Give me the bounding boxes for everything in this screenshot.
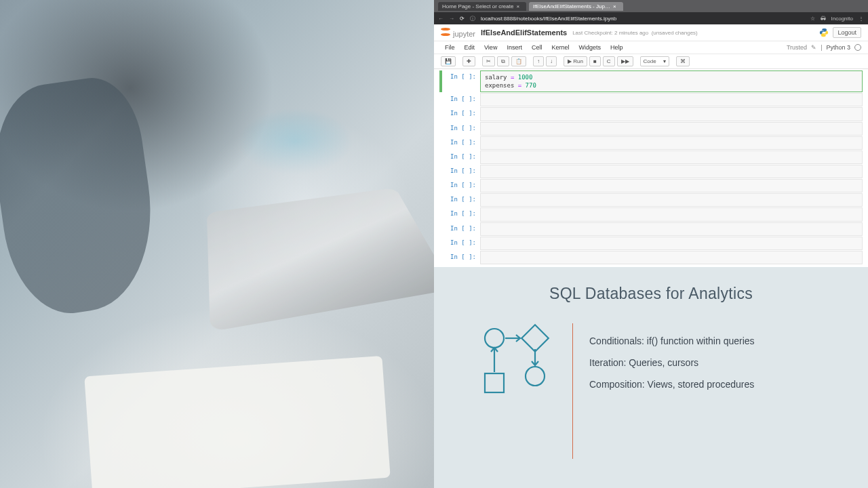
move-down-button[interactable]: ↓ <box>546 56 557 66</box>
cell-input[interactable] <box>480 193 863 207</box>
back-icon[interactable]: ← <box>438 16 443 22</box>
cell-prompt: In [ ]: <box>443 70 480 92</box>
code-cell[interactable]: In [ ]: <box>439 122 863 136</box>
code-cell[interactable]: In [ ]: <box>439 222 863 236</box>
incognito-icon: 🕶 <box>821 16 826 22</box>
menu-icon[interactable]: ⋮ <box>859 16 864 22</box>
svg-rect-2 <box>521 325 549 352</box>
cell-prompt: In [ ]: <box>443 136 480 150</box>
cell-input[interactable] <box>480 150 863 164</box>
bullet-item: Composition: Views, stored procedures <box>589 379 837 390</box>
cell-prompt: In [ ]: <box>443 207 480 221</box>
hero-photo <box>0 0 434 488</box>
code-cell[interactable]: In [ ]: <box>439 107 863 121</box>
cell-input[interactable] <box>480 93 863 106</box>
kernel-status-icon <box>854 44 861 51</box>
bullet-item: Conditionals: if() function within queri… <box>589 336 837 346</box>
menu-widgets[interactable]: Widgets <box>574 43 605 52</box>
code-cell[interactable]: In [ ]:salary = 1000 expenses = 770 <box>439 70 863 92</box>
trusted-label: Trusted <box>787 44 807 51</box>
divider <box>572 323 573 459</box>
menu-file[interactable]: File <box>441 43 459 52</box>
notebook-cells: In [ ]:salary = 1000 expenses = 770In [ … <box>434 69 868 267</box>
cell-input[interactable] <box>480 107 863 121</box>
cell-input[interactable] <box>480 165 863 178</box>
restart-button[interactable]: C <box>603 56 615 66</box>
add-cell-button[interactable]: ✚ <box>462 56 475 66</box>
run-button[interactable]: ▶ Run <box>564 56 587 66</box>
cell-input[interactable] <box>480 179 863 192</box>
menu-help[interactable]: Help <box>606 43 627 52</box>
site-info-icon[interactable]: ⓘ <box>470 15 475 22</box>
bullet-list: Conditionals: if() function within queri… <box>589 323 837 401</box>
close-icon[interactable]: × <box>516 3 519 9</box>
cell-input[interactable] <box>480 251 863 264</box>
menu-kernel[interactable]: Kernel <box>547 43 573 52</box>
code-cell[interactable]: In [ ]: <box>439 179 863 192</box>
jupyter-logo[interactable]: jupyter <box>441 27 475 38</box>
celltype-select[interactable]: Code▾ <box>640 56 669 66</box>
command-palette-button[interactable]: ⌘ <box>676 56 690 66</box>
browser-window: Home Page - Select or create × IfElseAnd… <box>434 0 868 267</box>
cell-input[interactable] <box>480 136 863 150</box>
cell-input[interactable]: salary = 1000 expenses = 770 <box>480 70 863 92</box>
menu-edit[interactable]: Edit <box>460 43 479 52</box>
code-cell[interactable]: In [ ]: <box>439 93 863 106</box>
cell-prompt: In [ ]: <box>443 93 480 106</box>
reload-icon[interactable]: ⟳ <box>460 16 465 22</box>
cell-input[interactable] <box>480 122 863 136</box>
restart-run-all-button[interactable]: ▶▶ <box>617 56 633 66</box>
stop-button[interactable]: ■ <box>589 56 601 66</box>
notebook-title[interactable]: IfElseAndElifStatements <box>481 28 567 37</box>
slide-panel: SQL Databases for Analytics Condit <box>434 267 868 488</box>
svg-point-0 <box>485 329 504 348</box>
cell-prompt: In [ ]: <box>443 179 480 192</box>
browser-tab[interactable]: IfElseAndElifStatements - Jup… × <box>529 2 623 11</box>
cell-prompt: In [ ]: <box>443 193 480 207</box>
menu-view[interactable]: View <box>480 43 501 52</box>
menubar: File Edit View Insert Cell Kernel Widget… <box>434 41 868 54</box>
browser-tabbar: Home Page - Select or create × IfElseAnd… <box>434 0 868 12</box>
svg-rect-5 <box>485 373 504 392</box>
close-icon[interactable]: × <box>613 3 616 9</box>
url-field[interactable]: localhost:8888/notebooks/IfElseAndElifSt… <box>481 16 805 22</box>
paste-button[interactable]: 📋 <box>511 56 526 66</box>
move-up-button[interactable]: ↑ <box>533 56 544 66</box>
menu-insert[interactable]: Insert <box>502 43 526 52</box>
incognito-label: Incognito <box>831 16 853 22</box>
cell-prompt: In [ ]: <box>443 237 480 250</box>
kernel-name[interactable]: Python 3 <box>826 44 850 51</box>
svg-point-4 <box>526 367 545 386</box>
star-icon[interactable]: ☆ <box>810 16 815 22</box>
cell-prompt: In [ ]: <box>443 222 480 236</box>
cell-prompt: In [ ]: <box>443 165 480 178</box>
python-logo-icon <box>819 28 829 37</box>
menu-cell[interactable]: Cell <box>528 43 547 52</box>
browser-tab[interactable]: Home Page - Select or create × <box>438 2 526 11</box>
code-cell[interactable]: In [ ]: <box>439 150 863 164</box>
copy-button[interactable]: ⧉ <box>497 56 509 66</box>
toolbar: 💾 ✚ ✂ ⧉ 📋 ↑ ↓ ▶ Run ■ C ▶▶ Code▾ ⌘ <box>434 54 868 69</box>
cell-input[interactable] <box>480 237 863 250</box>
jupyter-header: jupyter IfElseAndElifStatements Last Che… <box>434 24 868 41</box>
forward-icon[interactable]: → <box>449 16 454 22</box>
cell-prompt: In [ ]: <box>443 107 480 121</box>
tab-label: IfElseAndElifStatements - Jup… <box>533 3 610 9</box>
cell-input[interactable] <box>480 207 863 221</box>
jupyter-logo-icon <box>441 27 450 37</box>
code-cell[interactable]: In [ ]: <box>439 237 863 250</box>
cell-prompt: In [ ]: <box>443 251 480 264</box>
code-cell[interactable]: In [ ]: <box>439 136 863 150</box>
slide-title: SQL Databases for Analytics <box>465 285 837 303</box>
cell-input[interactable] <box>480 222 863 236</box>
logout-button[interactable]: Logout <box>833 27 861 38</box>
code-cell[interactable]: In [ ]: <box>439 165 863 178</box>
checkpoint-text: Last Checkpoint: 2 minutes ago (unsaved … <box>572 30 698 36</box>
code-cell[interactable]: In [ ]: <box>439 251 863 264</box>
jupyter-brand: jupyter <box>453 30 475 38</box>
code-cell[interactable]: In [ ]: <box>439 193 863 207</box>
code-cell[interactable]: In [ ]: <box>439 207 863 221</box>
cut-button[interactable]: ✂ <box>482 56 495 66</box>
save-button[interactable]: 💾 <box>441 56 456 66</box>
pencil-icon[interactable]: ✎ <box>811 44 816 51</box>
